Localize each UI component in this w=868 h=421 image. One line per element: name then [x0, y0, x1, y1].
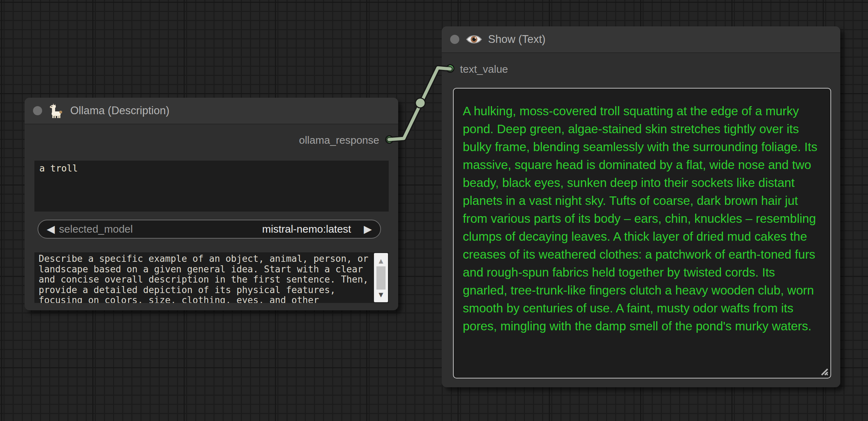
link-shadow [389, 68, 450, 140]
prompt-scrollbar[interactable]: ▲ ▼ [374, 253, 388, 302]
llama-icon [48, 103, 65, 118]
combo-prev-arrow-icon[interactable]: ◀ [47, 224, 55, 234]
combo-next-arrow-icon[interactable]: ▶ [364, 224, 372, 234]
combo-value: mistral-nemo:latest [262, 223, 351, 235]
text-display-area[interactable]: A hulking, moss-covered troll squatting … [453, 88, 831, 378]
text-value-input-slot[interactable] [446, 64, 454, 73]
node-ollama-description: Ollama (Description) ollama_response a t… [25, 98, 398, 310]
ollama-response-output-label: ollama_response [299, 134, 379, 146]
ollama-node-title: Ollama (Description) [70, 104, 170, 117]
input-text-value: a troll [39, 163, 78, 174]
resize-grip-icon[interactable] [820, 368, 829, 376]
eye-icon [466, 34, 482, 45]
shown-text: A hulking, moss-covered troll squatting … [463, 102, 821, 335]
node-show-text: Show (Text) text_value A hulking, moss-c… [442, 26, 840, 387]
text-value-input-label: text_value [460, 63, 508, 75]
show-node-title: Show (Text) [488, 33, 546, 46]
input-text-area[interactable]: a troll [34, 161, 389, 212]
node-graph-canvas: Ollama (Description) ollama_response a t… [0, 0, 868, 421]
link-midpoint-dot[interactable] [415, 98, 425, 108]
scroll-up-arrow-icon[interactable]: ▲ [374, 257, 388, 265]
collapse-toggle-icon[interactable] [33, 106, 42, 115]
selected-model-combo[interactable]: ◀ selected_model mistral-nemo:latest ▶ [38, 220, 381, 239]
system-prompt-text: Describe a specific example of an object… [39, 254, 370, 303]
system-prompt-textarea[interactable]: Describe a specific example of an object… [34, 252, 389, 303]
combo-label: selected_model [59, 223, 262, 235]
ollama-node-header[interactable]: Ollama (Description) [25, 98, 398, 124]
ollama-response-output-slot[interactable] [385, 135, 394, 144]
link-ollama-response-to-text-value[interactable] [389, 68, 450, 140]
scrollbar-thumb[interactable] [376, 266, 386, 290]
show-node-header[interactable]: Show (Text) [442, 26, 840, 53]
collapse-toggle-icon[interactable] [450, 35, 459, 44]
scroll-down-arrow-icon[interactable]: ▼ [374, 291, 388, 299]
